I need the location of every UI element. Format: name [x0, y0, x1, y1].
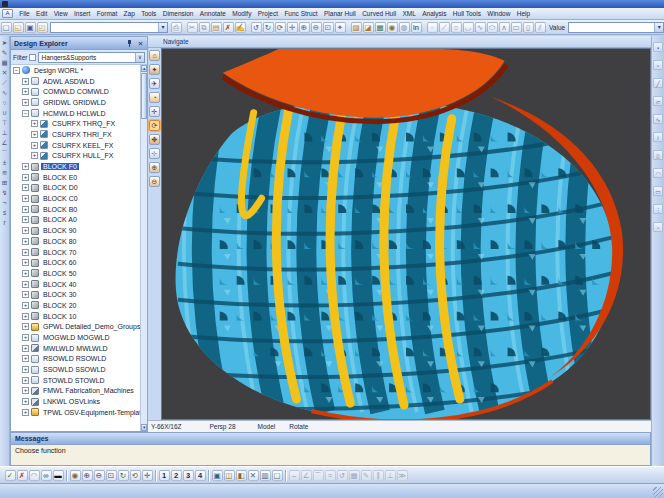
infinite-icon[interactable]: ∞ — [41, 470, 52, 481]
menu-item-help[interactable]: Help — [514, 10, 534, 17]
circle-icon[interactable]: ○ — [0, 98, 9, 108]
tree-item-csurfx-thrq-fx[interactable]: +CSURFX THRQ_FX — [11, 118, 140, 129]
delete-icon[interactable]: ✗ — [223, 22, 234, 33]
tree-item-block-60[interactable]: +BLOCK 60 — [11, 257, 140, 268]
cascade-windows-icon[interactable]: ◫ — [224, 470, 235, 481]
expand-icon[interactable]: + — [22, 249, 29, 256]
zoom-out-icon[interactable]: ⊖ — [311, 22, 322, 33]
tree-item-gpwl-detailed-demo-groups[interactable]: +GPWL Detailed_Demo_Groups — [11, 322, 140, 333]
expand-icon[interactable]: + — [22, 366, 29, 373]
perp-icon[interactable]: ⊥ — [0, 128, 9, 138]
palette-curve-icon[interactable]: ∿ — [653, 114, 663, 124]
nav-rotate-icon[interactable]: ⟳ — [149, 120, 160, 131]
nav-pan-icon[interactable]: ✛ — [149, 106, 160, 117]
tree-item-gridwl-gridwld[interactable]: +GRIDWL GRIDWLD — [11, 97, 140, 108]
tree-item-block-50[interactable]: +BLOCK 50 — [11, 268, 140, 279]
expand-icon[interactable]: + — [31, 120, 38, 127]
tree-item-block-80[interactable]: +BLOCK 80 — [11, 236, 140, 247]
tree-item-mogwld-mogwld[interactable]: +MOGWLD MOGWLD — [11, 332, 140, 343]
palette-note-icon[interactable]: ▫ — [653, 222, 663, 232]
view-4-button[interactable]: 4 — [195, 470, 206, 481]
menu-item-project[interactable]: Project — [255, 10, 282, 17]
expand-icon[interactable]: + — [22, 78, 29, 85]
zoom-extent-icon[interactable]: ⊡ — [106, 470, 117, 481]
angle-icon[interactable]: ∠ — [0, 138, 9, 148]
expand-icon[interactable]: + — [22, 334, 29, 341]
spline-tool-icon[interactable]: ∿ — [475, 22, 486, 33]
expand-icon[interactable]: + — [22, 163, 29, 170]
tee-icon[interactable]: ⊤ — [0, 118, 9, 128]
model-folder-icon[interactable]: ▨ — [351, 22, 362, 33]
title-bar[interactable] — [0, 0, 664, 8]
overlay-view-icon[interactable]: ▥ — [260, 470, 271, 481]
expand-icon[interactable]: + — [22, 377, 29, 384]
expand-icon[interactable]: + — [22, 99, 29, 106]
scroll-up-icon[interactable]: ▲ — [141, 65, 147, 72]
circle-tool-icon[interactable]: ○ — [451, 22, 462, 33]
tree-item-csurfx-thri-fx[interactable]: +CSURFX THRI_FX — [11, 129, 140, 140]
expand-icon[interactable]: + — [22, 387, 29, 394]
tree-item-lnkwl-osvlinks[interactable]: +LNKWL OSVLinks — [11, 396, 140, 407]
tree-item-stowld-stowld[interactable]: +STOWLD STOWLD — [11, 375, 140, 386]
nav-home-icon[interactable]: ⌂ — [149, 50, 160, 61]
pen-icon[interactable]: ✎ — [0, 48, 9, 58]
camera-icon[interactable]: ◉ — [387, 22, 398, 33]
expand-icon[interactable]: + — [22, 259, 29, 266]
blank-view-icon[interactable]: ▬ — [53, 470, 64, 481]
expand-icon[interactable]: + — [22, 227, 29, 234]
snap-icon[interactable]: s — [0, 208, 9, 218]
expand-icon[interactable]: + — [31, 142, 38, 149]
expand-icon[interactable]: + — [22, 323, 29, 330]
resize-grip[interactable] — [653, 487, 663, 497]
tree-item-block-c0[interactable]: +BLOCK C0 — [11, 193, 140, 204]
menu-item-format[interactable]: Format — [93, 10, 120, 17]
tree-item-block-10[interactable]: +BLOCK 10 — [11, 311, 140, 322]
menu-item-modify[interactable]: Modify — [229, 10, 255, 17]
nav-fly-icon[interactable]: ✈ — [149, 78, 160, 89]
menu-item-analysis[interactable]: Analysis — [419, 10, 450, 17]
tree-item-comwld-comwld[interactable]: +COMWLD COMWLD — [11, 86, 140, 97]
measure-curve-icon[interactable]: ≈ — [325, 470, 336, 481]
more-tools-icon[interactable]: ≫ — [397, 470, 408, 481]
tree-item-block-d0[interactable]: +BLOCK D0 — [11, 183, 140, 194]
menu-item-curved-hull[interactable]: Curved Hull — [359, 10, 399, 17]
nav-zoom-out-icon[interactable]: ⊖ — [149, 176, 160, 187]
value-dropdown-icon[interactable]: ▾ — [654, 23, 663, 32]
curve-icon[interactable]: ∿ — [0, 88, 9, 98]
value-combobox[interactable]: ▾ — [568, 22, 664, 33]
expand-icon[interactable]: + — [22, 184, 29, 191]
menu-item-window[interactable]: Window — [484, 10, 514, 17]
open-project-icon[interactable]: ◰ — [37, 22, 48, 33]
undo-measure-icon[interactable]: ↺ — [337, 470, 348, 481]
new-icon[interactable]: ▢ — [1, 22, 12, 33]
measure-distance-icon[interactable]: ↔ — [289, 470, 300, 481]
line-tool-icon[interactable]: ⟋ — [439, 22, 450, 33]
tree-item-block-30[interactable]: +BLOCK 30 — [11, 289, 140, 300]
pan-icon[interactable]: ✛ — [287, 22, 298, 33]
expand-icon[interactable]: + — [22, 88, 29, 95]
zoom-in-view-icon[interactable]: ⊕ — [82, 470, 93, 481]
nav-orbit-icon[interactable]: ◔ — [149, 92, 160, 103]
paste-icon[interactable]: ▤ — [211, 22, 222, 33]
menu-item-view[interactable]: View — [50, 10, 70, 17]
expand-icon[interactable]: + — [31, 131, 38, 138]
wave-icon[interactable]: ≋ — [0, 168, 9, 178]
close-icon[interactable]: ✕ — [136, 39, 145, 48]
tree-item-mwlwld-mwlwld[interactable]: +MWLWLD MWLWLD — [11, 343, 140, 354]
tree-item-design-worl-[interactable]: −Design WORL * — [11, 65, 140, 76]
menu-item-dimension[interactable]: Dimension — [160, 10, 197, 17]
cut-icon[interactable]: ✂ — [187, 22, 198, 33]
save-icon[interactable]: ▣ — [25, 22, 36, 33]
arc-icon[interactable]: ⌒ — [0, 148, 9, 158]
filter-combobox[interactable]: Hangers&Supports ∨ — [38, 52, 145, 63]
expand-icon[interactable]: + — [22, 355, 29, 362]
frame-view-icon[interactable]: ▢ — [272, 470, 283, 481]
select-tool-icon[interactable]: · — [427, 22, 438, 33]
menu-item-annotate[interactable]: Annotate — [197, 10, 229, 17]
collapse-icon[interactable]: − — [13, 67, 20, 74]
refresh-view-icon[interactable]: ↻ — [118, 470, 129, 481]
navigate-tab[interactable]: Navigate — [148, 36, 651, 48]
expand-icon[interactable]: + — [31, 152, 38, 159]
menu-item-hull-tools[interactable]: Hull Tools — [450, 10, 484, 17]
ref-icon[interactable]: r — [0, 218, 9, 228]
